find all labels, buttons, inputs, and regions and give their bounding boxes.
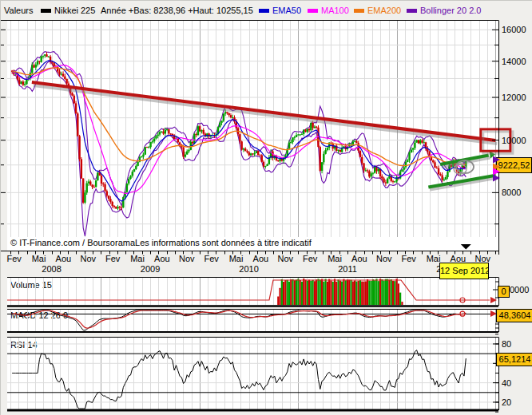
- candle-body: [146, 147, 148, 148]
- candle-body: [86, 184, 88, 193]
- candle-body: [101, 176, 102, 184]
- candle-body: [370, 173, 371, 176]
- chart-canvas[interactable]: 160001400012000100008000FevMaiAouNovFevM…: [1, 1, 532, 415]
- candle-body: [403, 167, 405, 169]
- candle-body: [88, 181, 89, 183]
- year-tick-label: 2008: [42, 264, 61, 274]
- candle-body: [405, 162, 407, 167]
- candle-body: [37, 61, 38, 64]
- candle-body: [113, 206, 115, 207]
- candle-body: [78, 136, 80, 159]
- candle-body: [441, 175, 443, 180]
- candle-body: [301, 134, 303, 135]
- date-tick-label: Aou: [351, 254, 367, 263]
- candle-body: [46, 54, 47, 57]
- price-tick-label: 14000: [502, 57, 526, 66]
- candle-body: [415, 140, 417, 142]
- candle-body: [117, 207, 118, 208]
- candle-body: [91, 185, 93, 188]
- macd-signal-line: [12, 310, 466, 328]
- candle-body: [355, 141, 357, 144]
- rsi-line: [12, 350, 466, 409]
- candle-body: [89, 181, 91, 184]
- date-tick-label: Aou: [253, 254, 269, 263]
- candle-body: [296, 135, 297, 137]
- candle-body: [244, 148, 246, 151]
- candle-body: [228, 113, 229, 115]
- price-tick-label: 16000: [502, 25, 526, 34]
- candle-body: [419, 140, 421, 144]
- candle-body: [159, 132, 161, 134]
- candle-body: [292, 137, 293, 142]
- candle-body: [62, 74, 64, 77]
- candle-body: [359, 151, 361, 157]
- candle-body: [22, 81, 24, 85]
- candle-body: [224, 112, 226, 113]
- candle-body: [447, 172, 448, 177]
- candle-body: [129, 176, 131, 179]
- candle-body: [312, 123, 313, 128]
- price-tick-label: 10000: [502, 136, 526, 145]
- candle-body: [93, 187, 95, 188]
- candle-body: [365, 170, 367, 171]
- indicator-axis-arrow: [493, 156, 500, 163]
- indicator-axis-arrow: [493, 168, 500, 175]
- candle-body: [290, 142, 292, 143]
- candle-body: [40, 57, 42, 62]
- candle-body: [264, 166, 266, 167]
- year-tick-label: 2009: [141, 264, 160, 274]
- candle-body: [250, 153, 252, 155]
- candle-body: [31, 65, 33, 73]
- candle-body: [374, 167, 375, 173]
- candle-body: [438, 168, 439, 174]
- candle-body: [383, 179, 384, 183]
- rsi-value-badge: 65,1214: [496, 353, 532, 366]
- date-tick-label: Fev: [105, 254, 121, 263]
- volume-value-badge: 0: [498, 286, 510, 298]
- candle-body: [243, 148, 244, 149]
- candle-body: [414, 143, 415, 148]
- candle-body: [314, 127, 316, 128]
- candle-body: [104, 184, 105, 191]
- candle-body: [126, 184, 128, 192]
- candle-body: [248, 152, 250, 156]
- candle-body: [137, 162, 138, 166]
- candle-body: [316, 127, 317, 128]
- date-tick-label: Fev: [401, 254, 416, 263]
- candle-body: [253, 153, 255, 155]
- candle-body: [354, 141, 355, 142]
- candle-body: [162, 132, 164, 134]
- candle-body: [277, 160, 279, 161]
- candle-body: [378, 169, 379, 172]
- candle-body: [197, 126, 199, 135]
- candle-body: [401, 170, 403, 172]
- candle-body: [308, 129, 310, 131]
- candle-body: [188, 150, 189, 152]
- candle-body: [135, 166, 137, 169]
- candle-body: [394, 181, 395, 182]
- candle-body: [38, 61, 40, 61]
- candle-body: [412, 148, 414, 149]
- candle-body: [58, 72, 60, 75]
- candle-body: [108, 196, 109, 199]
- year-tick-label: 2010: [239, 264, 258, 274]
- candle-body: [421, 140, 423, 143]
- candle-body: [223, 113, 224, 121]
- candle-body: [77, 113, 78, 136]
- candle-body: [361, 157, 363, 164]
- candle-body: [299, 134, 300, 135]
- candle-body: [141, 156, 142, 157]
- candle-body: [106, 191, 108, 196]
- candle-body: [149, 142, 151, 147]
- candle-body: [66, 79, 67, 84]
- candle-body: [257, 151, 259, 155]
- candle-body: [48, 57, 50, 57]
- candle-body: [102, 184, 104, 184]
- candle-body: [252, 153, 253, 154]
- date-tick-label: Aou: [154, 254, 170, 263]
- year-tick-label: 2011: [338, 264, 357, 274]
- date-tick-label: Mai: [427, 254, 441, 263]
- candle-body: [111, 202, 113, 206]
- candle-body: [392, 181, 394, 182]
- candle-body: [219, 123, 220, 127]
